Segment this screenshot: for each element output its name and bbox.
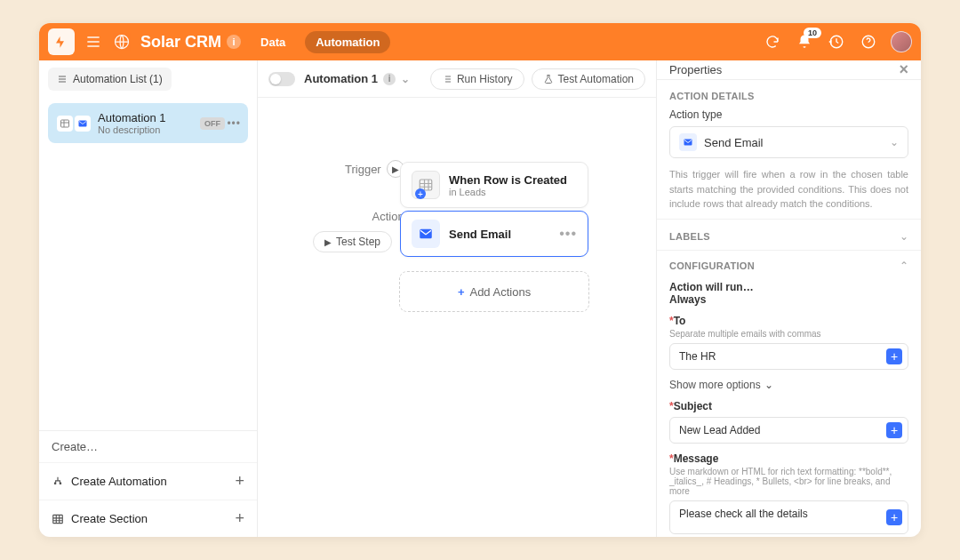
- mail-icon: [412, 220, 440, 248]
- test-automation-button[interactable]: Test Automation: [532, 68, 645, 90]
- subject-input[interactable]: New Lead Added +: [669, 417, 908, 444]
- grid-icon: [52, 513, 64, 525]
- app-window: Solar CRM i Data Automation 10: [39, 23, 921, 537]
- create-automation-button[interactable]: Create Automation +: [39, 462, 257, 500]
- automation-title: Automation 1: [98, 111, 166, 124]
- plus-icon: +: [235, 509, 244, 528]
- automation-desc: No description: [98, 124, 166, 135]
- more-icon[interactable]: •••: [227, 117, 241, 130]
- to-label: To: [674, 315, 686, 327]
- sync-icon[interactable]: [763, 32, 782, 52]
- svg-rect-4: [53, 515, 63, 523]
- run-value: Always: [669, 293, 908, 306]
- subject-label: Subject: [674, 400, 712, 412]
- list-icon: [442, 74, 452, 84]
- more-icon[interactable]: •••: [559, 226, 577, 242]
- run-header: Action will run…: [669, 281, 908, 293]
- labels-section[interactable]: LABELS ⌄: [657, 220, 921, 251]
- notifications-badge: 10: [804, 28, 821, 38]
- automation-card[interactable]: Automation 1 No description OFF •••: [48, 103, 248, 143]
- run-history-button[interactable]: Run History: [430, 68, 524, 90]
- help-icon[interactable]: [859, 32, 878, 52]
- plus-icon: +: [458, 285, 465, 299]
- chevron-down-icon: ⌄: [900, 230, 908, 243]
- chevron-down-icon[interactable]: ⌄: [401, 73, 410, 85]
- sitemap-icon: [52, 476, 64, 488]
- nav-data[interactable]: Data: [250, 31, 296, 53]
- action-type-select[interactable]: Send Email ⌄: [669, 126, 908, 158]
- show-more-options[interactable]: Show more options⌄: [669, 379, 908, 391]
- action-node[interactable]: Send Email •••: [400, 211, 588, 257]
- insert-variable-button[interactable]: +: [886, 509, 902, 525]
- mail-icon: [679, 133, 697, 151]
- trigger-label: Trigger ▶: [345, 160, 404, 178]
- info-icon[interactable]: i: [227, 35, 241, 49]
- chevron-up-icon[interactable]: ⌃: [900, 260, 908, 272]
- test-step-button[interactable]: ▶Test Step: [313, 231, 392, 252]
- trigger-subtitle: in Leads: [449, 187, 567, 197]
- info-icon[interactable]: i: [383, 73, 396, 85]
- action-label: Action: [345, 210, 404, 223]
- notifications-icon[interactable]: 10: [795, 32, 814, 52]
- top-bar: Solar CRM i Data Automation 10: [39, 23, 921, 60]
- chevron-down-icon: ⌄: [890, 136, 899, 148]
- create-section-button[interactable]: Create Section +: [39, 500, 257, 537]
- flask-icon: [543, 74, 554, 84]
- svg-rect-2: [61, 120, 69, 127]
- nav-automation[interactable]: Automation: [305, 31, 390, 53]
- chevron-down-icon: ⌄: [764, 379, 773, 391]
- insert-variable-button[interactable]: +: [886, 348, 902, 364]
- canvas-title: Automation 1 i ⌄: [304, 72, 410, 85]
- message-label: Message: [674, 452, 719, 465]
- to-input[interactable]: The HR +: [669, 343, 908, 370]
- action-title: Send Email: [449, 228, 511, 241]
- create-header: Create…: [39, 431, 257, 462]
- trigger-title: When Row is Created: [449, 173, 567, 187]
- add-actions-button[interactable]: + Add Actions: [399, 271, 589, 312]
- message-input[interactable]: Please check all the details +: [669, 500, 908, 534]
- table-icon: [57, 116, 73, 132]
- sidebar: Automation List (1) Automation 1 No desc…: [39, 60, 258, 537]
- message-hint: Use markdown or HTML for rich text forma…: [669, 467, 908, 496]
- mail-icon: [75, 116, 91, 132]
- plus-icon: +: [235, 472, 244, 491]
- properties-panel: Properties × ACTION DETAILS Action type …: [656, 60, 921, 537]
- action-help-text: This trigger will fire when a row in the…: [669, 167, 908, 212]
- close-icon[interactable]: ×: [899, 60, 908, 79]
- to-hint: Separate multiple emails with commas: [669, 329, 908, 339]
- action-type-label: Action type: [669, 108, 908, 121]
- history-icon[interactable]: [827, 32, 846, 52]
- insert-variable-button[interactable]: +: [886, 422, 902, 438]
- trigger-node[interactable]: When Row is Created in Leads: [400, 162, 588, 208]
- globe-icon[interactable]: [112, 32, 132, 52]
- user-avatar[interactable]: [891, 31, 912, 52]
- automation-state-badge: OFF: [200, 117, 225, 130]
- add-trigger-icon[interactable]: +: [415, 188, 426, 199]
- app-title: Solar CRM i: [140, 33, 241, 52]
- svg-rect-3: [79, 120, 87, 126]
- menu-icon[interactable]: [84, 32, 103, 52]
- action-details-header: ACTION DETAILS: [669, 91, 908, 101]
- app-logo[interactable]: [48, 28, 75, 55]
- automation-enable-toggle[interactable]: [268, 72, 295, 86]
- canvas: Automation 1 i ⌄ Run History Test Automa…: [258, 60, 656, 537]
- configuration-header: CONFIGURATION: [669, 260, 755, 271]
- automation-list-header[interactable]: Automation List (1): [48, 68, 172, 91]
- properties-title: Properties: [669, 63, 722, 76]
